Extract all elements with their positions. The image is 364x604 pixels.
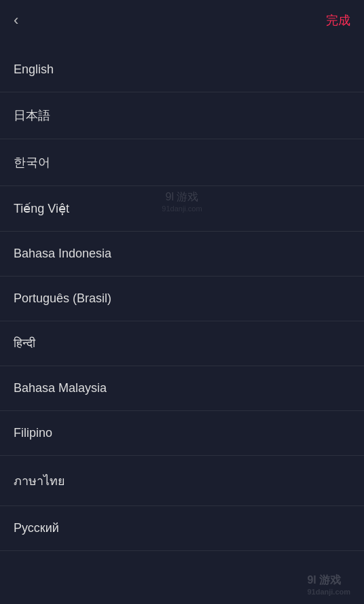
language-item-malay[interactable]: Bahasa Malaysia: [0, 366, 364, 411]
header: ‹ 完成: [0, 0, 364, 41]
bottom-watermark-main: 9l 游戏: [307, 573, 350, 588]
language-item-filipino[interactable]: Filipino: [0, 411, 364, 456]
language-item-english[interactable]: English: [0, 48, 364, 92]
back-button[interactable]: ‹: [14, 12, 18, 29]
back-arrow-icon: ‹: [14, 12, 18, 29]
bottom-watermark: 9l 游戏 91danji.com: [307, 573, 350, 596]
language-item-hindi[interactable]: हिन्दी: [0, 321, 364, 366]
language-item-russian[interactable]: Русский: [0, 506, 364, 551]
language-item-thai[interactable]: ภาษาไทย: [0, 456, 364, 506]
language-item-vietnamese[interactable]: Tiếng Việt: [0, 186, 364, 232]
bottom-watermark-sub: 91danji.com: [307, 588, 350, 596]
language-item-japanese[interactable]: 日本語: [0, 92, 364, 139]
language-list: English日本語한국어Tiếng ViệtBahasa IndonesiaP…: [0, 48, 364, 551]
language-item-portuguese_br[interactable]: Português (Brasil): [0, 277, 364, 321]
language-item-indonesian[interactable]: Bahasa Indonesia: [0, 232, 364, 277]
done-button[interactable]: 完成: [326, 12, 350, 29]
language-item-korean[interactable]: 한국어: [0, 139, 364, 186]
